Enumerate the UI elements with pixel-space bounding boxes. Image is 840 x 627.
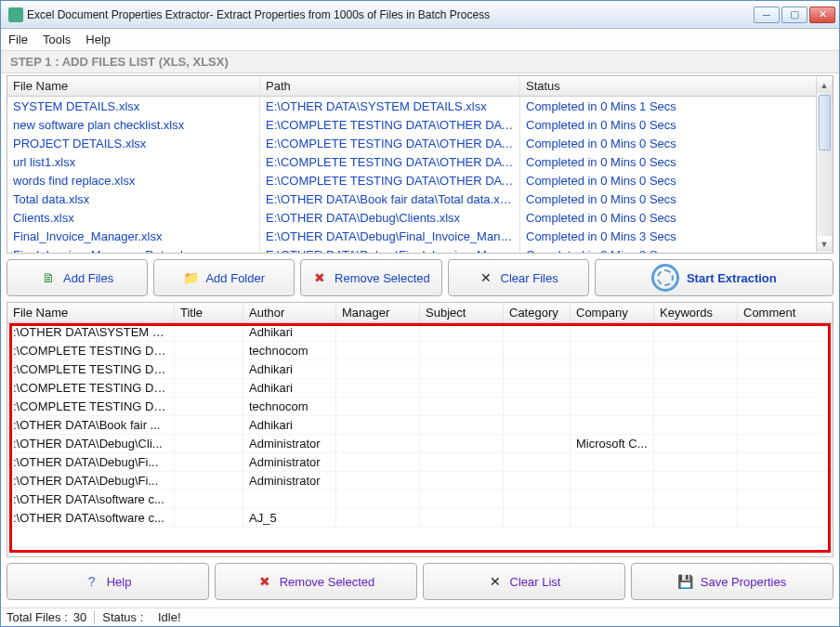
hcol-subject[interactable]: Subject bbox=[420, 303, 504, 322]
properties-cell-author: Adhikari bbox=[243, 379, 336, 398]
minimize-button[interactable]: ─ bbox=[754, 7, 780, 23]
properties-cell-comment bbox=[738, 360, 833, 379]
properties-cell-file_name: :\OTHER DATA\Debug\Fi... bbox=[7, 453, 175, 472]
scroll-up-icon[interactable]: ▲ bbox=[817, 77, 832, 93]
properties-cell-manager bbox=[336, 360, 420, 379]
help-button[interactable]: ?Help bbox=[7, 563, 209, 600]
properties-row[interactable]: :\OTHER DATA\Debug\Fi...Administrator bbox=[7, 453, 833, 472]
properties-cell-category bbox=[504, 490, 571, 509]
properties-row[interactable]: :\OTHER DATA\software c...AJ_5 bbox=[7, 509, 833, 528]
hcol-keywords[interactable]: Keywords bbox=[654, 303, 738, 322]
hcol-file-name[interactable]: File Name bbox=[7, 303, 175, 322]
properties-cell-title bbox=[175, 360, 243, 379]
properties-cell-category bbox=[504, 472, 571, 490]
step-label: STEP 1 : ADD FILES LIST (XLS, XLSX) bbox=[1, 51, 839, 73]
properties-cell-company bbox=[571, 490, 654, 509]
files-cell-status: Completed in 0 Mins 0 Secs bbox=[520, 208, 833, 227]
scroll-thumb[interactable] bbox=[819, 95, 831, 150]
properties-cell-title bbox=[175, 435, 243, 453]
clear-files-button[interactable]: ✕Clear Files bbox=[448, 259, 589, 296]
properties-grid-body[interactable]: :\OTHER DATA\SYSTEM D...Adhikari:\COMPLE… bbox=[7, 323, 833, 556]
properties-cell-category bbox=[504, 323, 571, 342]
files-row[interactable]: Total data.xlsxE:\OTHER DATA\Book fair d… bbox=[7, 189, 833, 208]
files-grid-body[interactable]: SYSTEM DETAILS.xlsxE:\OTHER DATA\SYSTEM … bbox=[7, 97, 833, 253]
remove-selected-button[interactable]: ✖Remove Selected bbox=[300, 259, 441, 296]
files-cell-file_name: Clients.xlsx bbox=[7, 208, 260, 227]
files-cell-status: Completed in 0 Mins 0 Secs bbox=[520, 134, 833, 152]
hcol-category[interactable]: Category bbox=[504, 303, 571, 322]
add-files-button[interactable]: 🗎Add Files bbox=[7, 259, 148, 296]
properties-cell-company bbox=[571, 342, 654, 360]
files-row[interactable]: SYSTEM DETAILS.xlsxE:\OTHER DATA\SYSTEM … bbox=[7, 97, 833, 115]
files-cell-status: Completed in 0 Mins 0 Secs bbox=[520, 152, 833, 171]
properties-cell-comment bbox=[738, 509, 833, 528]
files-row[interactable]: url list1.xlsxE:\COMPLETE TESTING DATA\O… bbox=[7, 152, 833, 171]
properties-cell-company bbox=[571, 360, 654, 379]
hcol-company[interactable]: Company bbox=[571, 303, 654, 322]
properties-cell-subject bbox=[420, 379, 504, 398]
properties-cell-subject bbox=[420, 435, 504, 453]
properties-cell-title bbox=[175, 379, 243, 398]
toolbar: 🗎Add Files 📁Add Folder ✖Remove Selected … bbox=[7, 257, 833, 298]
toolbar-bottom: ?Help ✖Remove Selected ✕Clear List 💾Save… bbox=[7, 561, 833, 602]
files-cell-path: E:\OTHER DATA\SYSTEM DETAILS.xlsx bbox=[260, 97, 520, 115]
files-row[interactable]: PROJECT DETAILS.xlsxE:\COMPLETE TESTING … bbox=[7, 134, 833, 152]
properties-cell-keywords bbox=[654, 342, 738, 360]
col-status[interactable]: Status bbox=[520, 76, 833, 96]
files-row[interactable]: Final_Invoice_Manager.xlsxE:\OTHER DATA\… bbox=[7, 227, 833, 245]
properties-cell-keywords bbox=[654, 323, 738, 342]
remove-selected-bottom-button[interactable]: ✖Remove Selected bbox=[215, 563, 417, 600]
files-row[interactable]: words find replace.xlsxE:\COMPLETE TESTI… bbox=[7, 171, 833, 189]
files-scrollbar[interactable]: ▲ ▼ bbox=[816, 77, 832, 252]
hcol-comment[interactable]: Comment bbox=[738, 303, 833, 322]
properties-cell-category bbox=[504, 509, 571, 528]
properties-grid[interactable]: File Name Title Author Manager Subject C… bbox=[7, 302, 833, 557]
scroll-down-icon[interactable]: ▼ bbox=[817, 236, 832, 252]
files-grid[interactable]: File Name Path Status SYSTEM DETAILS.xls… bbox=[7, 75, 833, 254]
hcol-author[interactable]: Author bbox=[243, 303, 336, 322]
start-extraction-button[interactable]: Start Extraction bbox=[595, 259, 833, 296]
properties-cell-keywords bbox=[654, 509, 738, 528]
properties-cell-manager bbox=[336, 435, 420, 453]
remove-selected-bottom-icon: ✖ bbox=[257, 574, 272, 589]
files-cell-path: E:\COMPLETE TESTING DATA\OTHER DATA\w... bbox=[260, 171, 520, 189]
properties-cell-file_name: :\COMPLETE TESTING DA... bbox=[7, 360, 175, 379]
files-row[interactable]: Final_Invoice_Manager_Data.xlsxE:\OTHER … bbox=[7, 245, 833, 253]
properties-grid-header: File Name Title Author Manager Subject C… bbox=[7, 303, 833, 323]
hcol-manager[interactable]: Manager bbox=[336, 303, 420, 322]
properties-cell-manager bbox=[336, 509, 420, 528]
properties-row[interactable]: :\OTHER DATA\SYSTEM D...Adhikari bbox=[7, 323, 833, 342]
hcol-title[interactable]: Title bbox=[175, 303, 243, 322]
col-file-name[interactable]: File Name bbox=[7, 76, 260, 96]
properties-row[interactable]: :\COMPLETE TESTING DA...Adhikari bbox=[7, 379, 833, 398]
properties-cell-author: Administrator bbox=[243, 435, 336, 453]
properties-row[interactable]: :\COMPLETE TESTING DA...technocom bbox=[7, 398, 833, 416]
properties-cell-keywords bbox=[654, 453, 738, 472]
add-folder-button[interactable]: 📁Add Folder bbox=[153, 259, 295, 296]
properties-cell-comment bbox=[738, 453, 833, 472]
properties-cell-file_name: :\OTHER DATA\software c... bbox=[7, 490, 175, 509]
menu-tools[interactable]: Tools bbox=[43, 33, 71, 46]
maximize-button[interactable]: ▢ bbox=[781, 7, 807, 23]
properties-row[interactable]: :\OTHER DATA\Book fair ...Adhikari bbox=[7, 416, 833, 435]
properties-row[interactable]: :\COMPLETE TESTING DA...Adhikari bbox=[7, 360, 833, 379]
menu-file[interactable]: File bbox=[8, 33, 28, 46]
clear-list-button[interactable]: ✕Clear List bbox=[423, 563, 625, 600]
properties-cell-title bbox=[175, 453, 243, 472]
files-row[interactable]: Clients.xlsxE:\OTHER DATA\Debug\Clients.… bbox=[7, 208, 833, 227]
add-folder-icon: 📁 bbox=[183, 270, 198, 285]
close-button[interactable]: ✕ bbox=[809, 7, 835, 23]
col-path[interactable]: Path bbox=[260, 76, 520, 96]
properties-row[interactable]: :\COMPLETE TESTING DA...technocom bbox=[7, 342, 833, 360]
menu-help[interactable]: Help bbox=[85, 33, 111, 46]
properties-row[interactable]: :\OTHER DATA\Debug\Fi...Administrator bbox=[7, 472, 833, 490]
files-row[interactable]: new software plan checklist.xlsxE:\COMPL… bbox=[7, 115, 833, 134]
content: File Name Path Status SYSTEM DETAILS.xls… bbox=[1, 73, 839, 607]
save-properties-button[interactable]: 💾Save Properties bbox=[631, 563, 833, 600]
properties-cell-file_name: :\OTHER DATA\Debug\Cli... bbox=[7, 435, 175, 453]
files-cell-status: Completed in 0 Mins 0 Secs bbox=[520, 189, 833, 208]
properties-cell-title bbox=[175, 323, 243, 342]
properties-row[interactable]: :\OTHER DATA\software c... bbox=[7, 490, 833, 509]
properties-cell-category bbox=[504, 398, 571, 416]
properties-row[interactable]: :\OTHER DATA\Debug\Cli...AdministratorMi… bbox=[7, 435, 833, 453]
